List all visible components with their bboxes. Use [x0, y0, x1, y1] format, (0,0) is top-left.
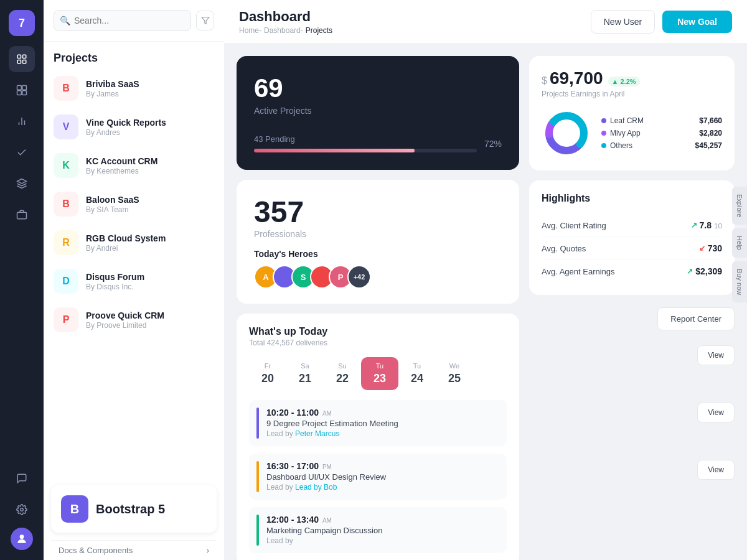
- calendar-day[interactable]: Su22: [324, 357, 361, 390]
- day-number: 22: [336, 372, 349, 385]
- projects-panel: 🔍 Projects B Briviba SaaS By James V Vin…: [44, 0, 224, 560]
- day-number: 23: [374, 372, 386, 385]
- search-wrapper: 🔍: [54, 10, 191, 31]
- earnings-card: $ 69,700 ▲ 2.2% Projects Earnings in Apr…: [529, 56, 735, 170]
- calendar-day[interactable]: Tu24: [398, 357, 436, 390]
- calendar-day[interactable]: Tu23: [361, 357, 398, 390]
- project-name: KC Account CRM: [86, 156, 214, 166]
- event-name: 9 Degree Project Estimation Meeting: [266, 419, 499, 428]
- schedule-title: What's up Today: [249, 326, 507, 337]
- project-item-6[interactable]: D Disqus Forum By Disqus Inc.: [49, 263, 219, 300]
- bootstrap-banner[interactable]: B Bootstrap 5: [51, 485, 217, 533]
- breadcrumb: Home- Dashboard- Projects: [239, 26, 332, 35]
- sidebar-item-messages[interactable]: [9, 465, 35, 492]
- explore-tab[interactable]: Explore: [732, 187, 747, 225]
- event-time: 10:20 - 11:00 AM: [266, 408, 499, 418]
- view-button-2[interactable]: View: [697, 403, 735, 422]
- filter-button[interactable]: [196, 11, 214, 30]
- event-time: 16:30 - 17:00 PM: [266, 461, 499, 471]
- svg-rect-7: [22, 91, 27, 95]
- project-icon: B: [54, 192, 78, 217]
- event-ampm: PM: [322, 464, 332, 470]
- project-item-1[interactable]: B Briviba SaaS By James: [49, 70, 219, 107]
- event-lead: Lead by: [266, 536, 499, 545]
- project-info: KC Account CRM By Keenthemes: [86, 156, 214, 175]
- project-item-4[interactable]: B Baloon SaaS By SIA Team: [49, 185, 219, 223]
- hero-avatar: +42: [347, 265, 371, 289]
- svg-rect-4: [17, 86, 22, 90]
- project-item-2[interactable]: V Vine Quick Reports By Andres: [49, 108, 219, 146]
- highlight-label: Avg. Agent Earnings: [542, 267, 615, 276]
- schedule-subtitle: Total 424,567 deliveries: [249, 338, 507, 347]
- event-lead: Lead by Lead by Bob: [266, 483, 499, 492]
- project-by: By SIA Team: [86, 205, 214, 214]
- project-info: Vine Quick Reports By Andres: [86, 118, 214, 137]
- buynow-tab[interactable]: Buy now: [732, 261, 747, 302]
- search-input[interactable]: [54, 10, 191, 31]
- search-bar: 🔍: [44, 0, 224, 42]
- sidebar-item-briefcase[interactable]: [9, 202, 35, 228]
- svg-rect-5: [22, 86, 27, 90]
- user-avatar[interactable]: [11, 528, 33, 550]
- breadcrumb-home[interactable]: Home-: [239, 26, 261, 35]
- project-icon: P: [54, 307, 78, 332]
- report-center-button[interactable]: Report Center: [657, 307, 735, 330]
- docs-link[interactable]: Docs & Components ›: [51, 540, 217, 560]
- project-item-3[interactable]: K KC Account CRM By Keenthemes: [49, 147, 219, 184]
- highlight-value: ↙ 730: [699, 243, 722, 253]
- event-item: 12:00 - 13:40 AM Marketing Campaign Disc…: [249, 507, 507, 553]
- event-bar: [256, 461, 259, 492]
- project-by: By Andrei: [86, 244, 214, 253]
- view-button-1[interactable]: View: [697, 345, 735, 365]
- event-time: 12:00 - 13:40 AM: [266, 515, 499, 525]
- sidebar-item-layers[interactable]: [9, 170, 35, 197]
- day-name: Fr: [265, 362, 271, 370]
- svg-rect-2: [17, 60, 21, 63]
- day-number: 20: [261, 372, 274, 385]
- legend-name: Leaf CRM: [610, 116, 644, 125]
- highlight-value: ↗ $2,309: [687, 266, 722, 276]
- page-title: Dashboard: [239, 9, 332, 25]
- earnings-body: Leaf CRMMivy AppOthers $7,660$2,820$45,2…: [542, 108, 722, 158]
- highlight-label: Avg. Client Rating: [542, 221, 606, 230]
- calendar-day[interactable]: Fr20: [249, 357, 286, 390]
- event-lead-link[interactable]: Lead by Bob: [295, 483, 337, 492]
- event-lead-link[interactable]: Peter Marcus: [295, 429, 339, 438]
- sidebar-item-grid[interactable]: [9, 77, 35, 103]
- earnings-values: $7,660$2,820$45,257: [695, 116, 722, 150]
- active-projects-number: 69: [254, 73, 502, 103]
- new-user-button[interactable]: New User: [591, 10, 655, 34]
- sidebar-item-chart[interactable]: [9, 108, 35, 134]
- highlights-title: Highlights: [542, 193, 722, 204]
- sidebar-item-settings[interactable]: [9, 497, 35, 523]
- new-goal-button[interactable]: New Goal: [662, 11, 732, 33]
- day-number: 25: [448, 372, 461, 385]
- trend-down-icon: ↙: [699, 244, 705, 253]
- professionals-label: Professionals: [254, 229, 306, 239]
- project-item-5[interactable]: R RGB Cloud System By Andrei: [49, 224, 219, 261]
- project-icon: K: [54, 153, 78, 178]
- project-name: Briviba SaaS: [86, 79, 214, 89]
- project-item-7[interactable]: P Proove Quick CRM By Proove Limited: [49, 301, 219, 338]
- sidebar-item-home[interactable]: [9, 46, 35, 72]
- progress-bar-wrap: [254, 149, 477, 152]
- sidebar-item-check[interactable]: [9, 139, 35, 166]
- project-by: By James: [86, 90, 214, 98]
- view-button-3[interactable]: View: [697, 460, 735, 480]
- event-list: 10:20 - 11:00 AM 9 Degree Project Estima…: [249, 400, 507, 553]
- bootstrap-icon: B: [61, 495, 88, 523]
- breadcrumb-projects[interactable]: Projects: [306, 26, 332, 35]
- event-ampm: AM: [322, 517, 332, 524]
- calendar-day[interactable]: Sa21: [286, 357, 324, 390]
- breadcrumb-dashboard[interactable]: Dashboard-: [264, 26, 303, 35]
- help-tab[interactable]: Help: [732, 228, 747, 258]
- project-icon: R: [54, 230, 78, 255]
- calendar-day[interactable]: We25: [436, 357, 473, 390]
- legend-item: Leaf CRM: [601, 116, 685, 125]
- highlight-row: Avg. Agent Earnings ↗ $2,309: [542, 260, 722, 282]
- search-icon: 🔍: [60, 16, 70, 26]
- svg-rect-12: [17, 212, 27, 219]
- earnings-subtitle: Projects Earnings in April: [542, 90, 722, 98]
- project-icon: D: [54, 269, 78, 294]
- project-name: RGB Cloud System: [86, 233, 214, 243]
